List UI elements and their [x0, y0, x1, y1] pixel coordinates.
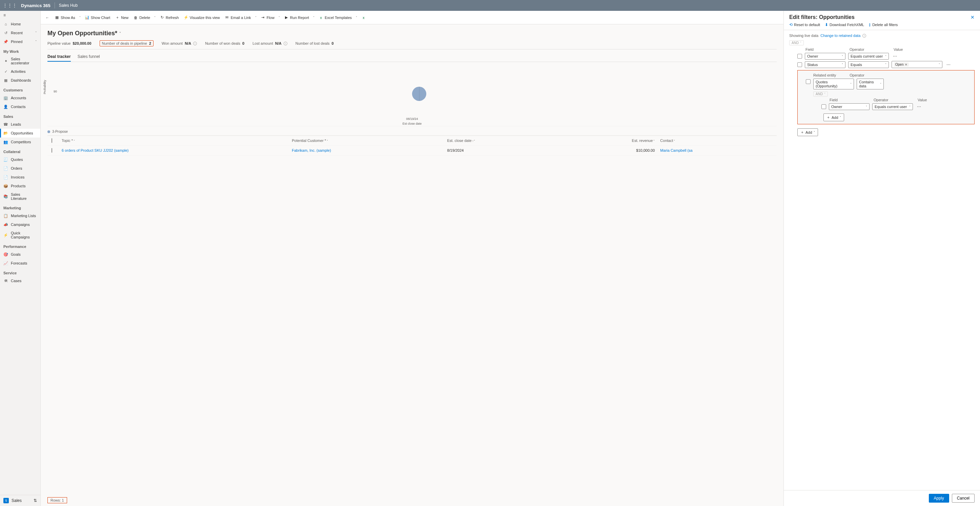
- cmd-new[interactable]: ＋New: [113, 14, 130, 21]
- hamburger-icon[interactable]: ≡: [0, 11, 40, 20]
- nav-item-recent[interactable]: ↺Recent˅: [0, 29, 40, 37]
- select-all-checkbox[interactable]: [51, 138, 52, 143]
- legend-label: 3-Propose: [52, 130, 68, 133]
- cmd-split-chevron-icon[interactable]: ˅: [355, 16, 358, 19]
- nav-item-leads[interactable]: ☎Leads: [0, 120, 40, 129]
- row-checkbox[interactable]: [51, 148, 52, 153]
- related-operator-dropdown[interactable]: Contains data˅: [857, 79, 884, 89]
- sub-operator-dropdown[interactable]: Equals current user˅: [872, 103, 913, 110]
- cmd-flow[interactable]: ⇥Flow: [259, 14, 277, 21]
- cmd-split-chevron-icon[interactable]: ˅: [312, 16, 316, 19]
- nav-item-campaigns[interactable]: 📣Campaigns: [0, 220, 40, 229]
- cancel-button[interactable]: Cancel: [952, 494, 975, 503]
- cmd-visualize-this-view[interactable]: ⚡Visualize this view: [181, 14, 222, 21]
- more-icon[interactable]: ⋯: [892, 54, 898, 59]
- close-icon[interactable]: ✕: [970, 14, 975, 20]
- cmd-show-as[interactable]: ▦Show As: [52, 14, 77, 21]
- nav-item-quick-campaigns[interactable]: ⚡Quick Campaigns: [0, 229, 40, 241]
- related-entity-dropdown[interactable]: Quotes (Opportunity)˅: [813, 79, 854, 89]
- nav-item-dashboards[interactable]: ▦Dashboards: [0, 76, 40, 85]
- chart-x-axis-label: Est close date: [402, 122, 422, 125]
- nav-item-goals[interactable]: 🎯Goals: [0, 250, 40, 259]
- nav-item-quotes[interactable]: 🧾Quotes: [0, 155, 40, 164]
- add-condition-button[interactable]: ＋ Add ˅: [797, 128, 818, 136]
- cmd-delete[interactable]: 🗑Delete: [131, 14, 152, 21]
- tab-sales-funnel[interactable]: Sales funnel: [78, 52, 100, 62]
- nav-icon: 📄: [3, 166, 8, 171]
- tabs: Deal trackerSales funnel: [48, 52, 777, 62]
- chart-bubble[interactable]: [412, 87, 426, 101]
- topic-link[interactable]: 6 orders of Product SKU JJ202 (sample): [62, 148, 129, 152]
- area-switcher[interactable]: S Sales ⇅: [0, 495, 40, 506]
- panel-action-reset-to-default[interactable]: ⟲Reset to default: [789, 22, 820, 27]
- apply-button[interactable]: Apply: [929, 494, 949, 503]
- table-row[interactable]: 6 orders of Product SKU JJ202 (sample) F…: [48, 146, 777, 155]
- tab-deal-tracker[interactable]: Deal tracker: [48, 52, 71, 62]
- remove-tag-icon[interactable]: ✕: [905, 63, 907, 67]
- add-sub-condition-button[interactable]: ＋ Add ˅: [823, 113, 844, 121]
- divider: [54, 2, 55, 8]
- cmd-excel[interactable]: x: [359, 14, 368, 21]
- nav-item-accounts[interactable]: 🏢Accounts: [0, 94, 40, 102]
- cmd-split-chevron-icon[interactable]: ˅: [78, 16, 82, 19]
- nav-group-header: Service: [0, 268, 40, 276]
- nav-item-sales-literature[interactable]: 📚Sales Literature: [0, 190, 40, 203]
- nav-item-opportunities[interactable]: 📂Opportunities: [0, 129, 40, 138]
- panel-action-delete-all-filters[interactable]: ⫿Delete all filters: [869, 22, 898, 27]
- column-header-contact[interactable]: Contact˅: [657, 138, 775, 143]
- nav-item-invoices[interactable]: 📄Invoices: [0, 173, 40, 182]
- condition-row: Status˅ Equals˅ Open✕ ˅ ⋯: [797, 61, 975, 68]
- app-launcher-icon[interactable]: ⋮⋮⋮: [3, 3, 17, 8]
- nav-item-sales-accelerator[interactable]: ✦Sales accelerator: [0, 55, 40, 67]
- cmd-show-chart[interactable]: 📊Show Chart: [83, 14, 112, 21]
- nav-item-competitors[interactable]: 👥Competitors: [0, 138, 40, 146]
- operator-dropdown[interactable]: Equals current user˅: [848, 53, 889, 60]
- more-icon[interactable]: ⋯: [945, 62, 952, 67]
- related-checkbox[interactable]: [806, 79, 811, 84]
- column-header-topic[interactable]: Topic *˅: [59, 138, 289, 143]
- condition-checkbox[interactable]: [797, 62, 802, 67]
- info-icon[interactable]: i: [862, 34, 866, 38]
- value-dropdown[interactable]: Open✕ ˅: [892, 61, 942, 68]
- change-retained-link[interactable]: Change to retained data: [820, 33, 861, 38]
- panel-action-download-fetchxml[interactable]: ⬇Download FetchXML: [825, 22, 864, 27]
- sub-col-operator: Operator: [873, 98, 914, 102]
- column-header-revenue[interactable]: Est. revenue˅: [562, 138, 657, 143]
- sub-condition-checkbox[interactable]: [821, 104, 826, 109]
- nav-item-pinned[interactable]: 📌Pinned˅: [0, 37, 40, 46]
- sub-operator-dropdown[interactable]: AND˅: [813, 92, 828, 97]
- info-icon[interactable]: i: [193, 42, 197, 45]
- cmd-split-chevron-icon[interactable]: ˅: [153, 16, 157, 19]
- view-selector-chevron-icon[interactable]: ˅: [119, 32, 121, 35]
- nav-item-activities[interactable]: ✓Activities: [0, 67, 40, 76]
- info-icon[interactable]: i: [284, 42, 287, 45]
- root-operator-dropdown[interactable]: AND˅: [789, 40, 804, 45]
- cmd-email-a-link[interactable]: ✉Email a Link: [223, 14, 253, 21]
- more-icon[interactable]: ⋯: [916, 104, 923, 109]
- cmd-excel-templates[interactable]: xExcel Templates: [317, 14, 354, 21]
- customer-link[interactable]: Fabrikam, Inc. (sample): [292, 148, 331, 152]
- operator-dropdown[interactable]: Equals˅: [848, 61, 889, 68]
- nav-item-orders[interactable]: 📄Orders: [0, 164, 40, 173]
- back-button[interactable]: ←: [43, 14, 51, 21]
- nav-item-home[interactable]: ⌂Home: [0, 20, 40, 29]
- field-dropdown[interactable]: Status˅: [805, 61, 845, 68]
- nav-item-forecasts[interactable]: 📈Forecasts: [0, 259, 40, 268]
- nav-item-marketing-lists[interactable]: 📋Marketing Lists: [0, 211, 40, 220]
- cmd-split-chevron-icon[interactable]: ˅: [277, 16, 281, 19]
- sub-field-dropdown[interactable]: Owner˅: [829, 103, 870, 110]
- field-dropdown[interactable]: Owner˅: [805, 53, 845, 60]
- cmd-refresh[interactable]: ↻Refresh: [158, 14, 181, 21]
- column-header-customer[interactable]: Potential Customer *˅: [289, 138, 444, 143]
- cmd-run-report[interactable]: ▶Run Report: [282, 14, 311, 21]
- nav-item-contacts[interactable]: 👤Contacts: [0, 102, 40, 111]
- nav-icon: ☎: [3, 122, 8, 127]
- condition-checkbox[interactable]: [797, 54, 802, 59]
- cmd-split-chevron-icon[interactable]: ˅: [254, 16, 258, 19]
- column-header-close-date[interactable]: Est. close date↑˅: [444, 138, 562, 143]
- nav-item-cases[interactable]: 🛠Cases: [0, 276, 40, 285]
- edit-filters-panel: Edit filters: Opportunities ✕ ⟲Reset to …: [783, 11, 980, 506]
- cmd-icon: 🗑: [133, 15, 138, 20]
- contact-link[interactable]: Maria Campbell (sa: [660, 148, 692, 152]
- nav-item-products[interactable]: 📦Products: [0, 182, 40, 190]
